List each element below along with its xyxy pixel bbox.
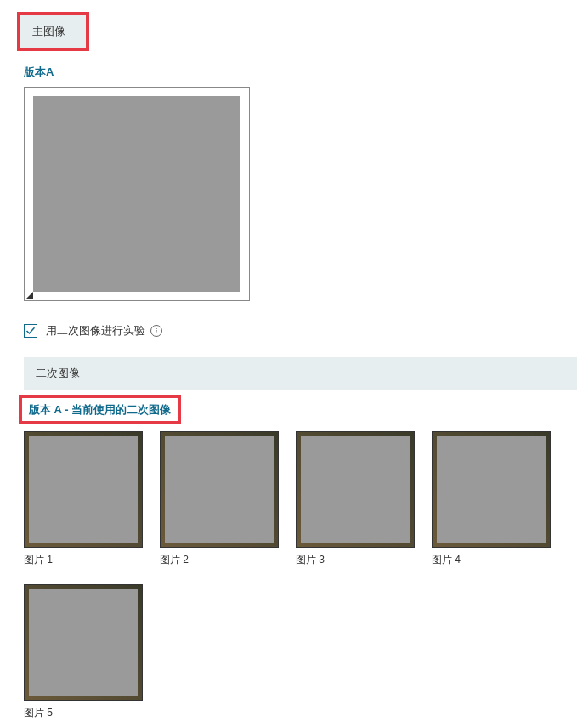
thumbnail-frame[interactable] <box>24 584 143 701</box>
thumbnail-frame[interactable] <box>296 431 415 548</box>
main-image-header-highlight: 主图像 <box>17 12 89 51</box>
thumbnail-item: 图片 1 <box>24 431 143 567</box>
secondary-experiment-label: 用二次图像进行实验 <box>46 323 145 338</box>
thumbnail-placeholder <box>165 436 274 543</box>
thumbnail-label: 图片 2 <box>160 553 279 567</box>
main-image-placeholder <box>33 96 240 292</box>
check-icon <box>25 326 36 336</box>
thumbnail-frame[interactable] <box>24 431 143 548</box>
thumbnail-frame[interactable] <box>432 431 551 548</box>
secondary-sublabel-highlight: 版本 A - 当前使用的二次图像 <box>19 395 181 424</box>
secondary-sublabel: 版本 A - 当前使用的二次图像 <box>29 403 171 416</box>
main-image-frame[interactable] <box>24 87 250 301</box>
thumbnail-item: 图片 2 <box>160 431 279 567</box>
thumbnail-item: 图片 3 <box>296 431 415 567</box>
thumbnail-frame[interactable] <box>160 431 279 548</box>
thumbnail-placeholder <box>437 436 546 543</box>
version-a-label: 版本A <box>24 65 577 80</box>
secondary-experiment-row: 用二次图像进行实验 i <box>24 323 577 338</box>
info-icon[interactable]: i <box>150 325 162 337</box>
thumbnail-item: 图片 4 <box>432 431 551 567</box>
thumbnail-grid: 图片 1 图片 2 图片 3 图片 4 图片 5 <box>24 431 577 720</box>
secondary-experiment-checkbox[interactable] <box>24 324 37 338</box>
thumbnail-placeholder <box>29 436 138 543</box>
thumbnail-item: 图片 5 <box>24 584 143 720</box>
thumbnail-placeholder <box>301 436 410 543</box>
thumbnail-label: 图片 1 <box>24 553 143 567</box>
thumbnail-label: 图片 4 <box>432 553 551 567</box>
secondary-image-header: 二次图像 <box>24 357 577 390</box>
thumbnail-label: 图片 3 <box>296 553 415 567</box>
main-image-header: 主图像 <box>20 15 86 48</box>
thumbnail-placeholder <box>29 589 138 696</box>
thumbnail-label: 图片 5 <box>24 706 143 720</box>
